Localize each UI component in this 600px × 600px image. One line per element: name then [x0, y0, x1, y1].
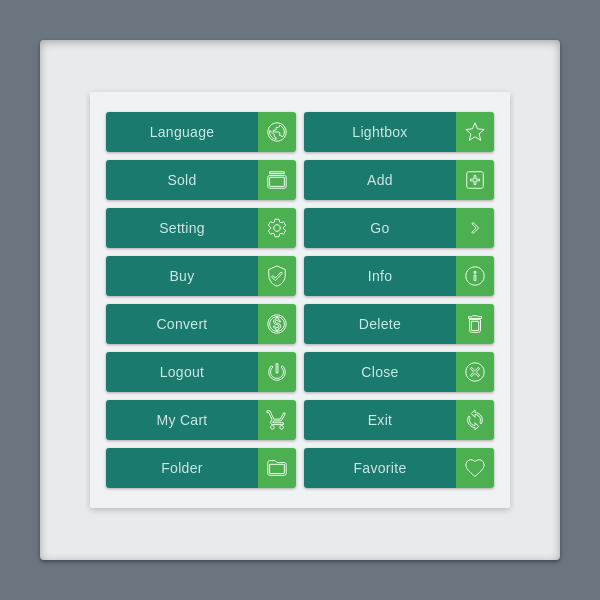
favorite-label: Favorite — [304, 448, 456, 488]
buy-label: Buy — [106, 256, 258, 296]
convert-button[interactable]: Convert — [106, 304, 296, 344]
setting-label: Setting — [106, 208, 258, 248]
delete-button[interactable]: Delete — [304, 304, 494, 344]
go-icon — [456, 208, 494, 248]
info-label: Info — [304, 256, 456, 296]
exit-icon — [456, 400, 494, 440]
close-icon — [456, 352, 494, 392]
close-button[interactable]: Close — [304, 352, 494, 392]
sold-icon — [258, 160, 296, 200]
convert-label: Convert — [106, 304, 258, 344]
lightbox-button[interactable]: Lightbox — [304, 112, 494, 152]
language-label: Language — [106, 112, 258, 152]
favorite-button[interactable]: Favorite — [304, 448, 494, 488]
language-button[interactable]: Language — [106, 112, 296, 152]
logout-label: Logout — [106, 352, 258, 392]
mycart-icon — [258, 400, 296, 440]
sold-button[interactable]: Sold — [106, 160, 296, 200]
logout-icon — [258, 352, 296, 392]
buy-icon — [258, 256, 296, 296]
logout-button[interactable]: Logout — [106, 352, 296, 392]
add-button[interactable]: Add — [304, 160, 494, 200]
convert-icon — [258, 304, 296, 344]
setting-icon — [258, 208, 296, 248]
favorite-icon — [456, 448, 494, 488]
inner-panel: Language Lightbox Sold — [90, 92, 510, 508]
add-label: Add — [304, 160, 456, 200]
add-icon — [456, 160, 494, 200]
lightbox-label: Lightbox — [304, 112, 456, 152]
folder-icon — [258, 448, 296, 488]
folder-label: Folder — [106, 448, 258, 488]
folder-button[interactable]: Folder — [106, 448, 296, 488]
mycart-button[interactable]: My Cart — [106, 400, 296, 440]
language-icon — [258, 112, 296, 152]
lightbox-icon — [456, 112, 494, 152]
close-label: Close — [304, 352, 456, 392]
exit-button[interactable]: Exit — [304, 400, 494, 440]
mycart-label: My Cart — [106, 400, 258, 440]
outer-frame: Language Lightbox Sold — [40, 40, 560, 560]
info-icon — [456, 256, 494, 296]
exit-label: Exit — [304, 400, 456, 440]
delete-icon — [456, 304, 494, 344]
delete-label: Delete — [304, 304, 456, 344]
sold-label: Sold — [106, 160, 258, 200]
info-button[interactable]: Info — [304, 256, 494, 296]
setting-button[interactable]: Setting — [106, 208, 296, 248]
go-label: Go — [304, 208, 456, 248]
go-button[interactable]: Go — [304, 208, 494, 248]
button-grid: Language Lightbox Sold — [106, 112, 494, 488]
buy-button[interactable]: Buy — [106, 256, 296, 296]
